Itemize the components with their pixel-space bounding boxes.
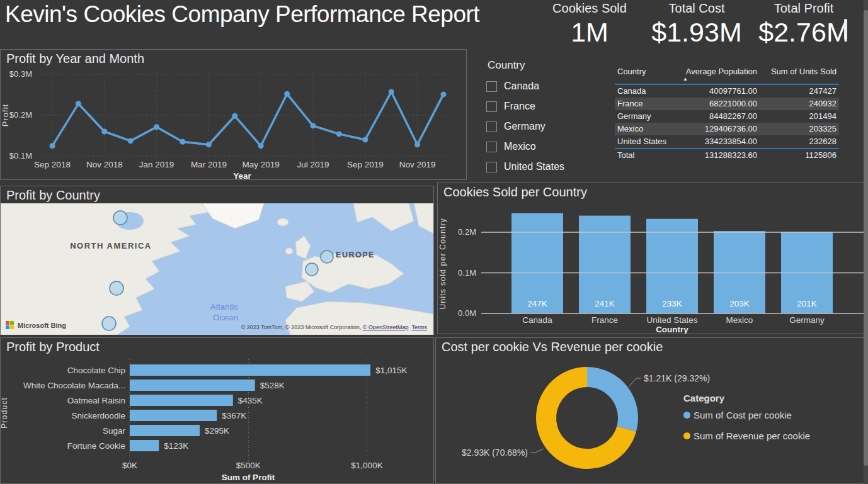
line-point-oct-2018[interactable] — [76, 101, 81, 106]
column-header-average-population[interactable]: Average Population — [678, 65, 760, 84]
line-point-dec-2019[interactable] — [441, 91, 447, 97]
scrollbar-thumb[interactable] — [864, 10, 868, 466]
legend-title: Category — [683, 393, 866, 403]
x-axis-title: Year — [233, 171, 251, 179]
report-title: Kevin's Cookies Company Performance Repo… — [5, 1, 479, 28]
table-row[interactable]: United States334233854.00232628 — [615, 135, 839, 149]
hbar-snickerdoodle[interactable] — [130, 410, 217, 421]
map-panel: Profit by Country NORTH AMERICA EUROPE A… — [0, 186, 434, 335]
column-header-country[interactable]: Country — [615, 65, 678, 84]
bar-value-label: $435K — [238, 396, 263, 405]
table-row[interactable]: Mexico129406736.00203325 — [615, 123, 839, 135]
column-header-sum-of-units-sold[interactable]: Sum of Units Sold — [760, 65, 839, 84]
slicer-option-germany[interactable]: Germany — [486, 121, 614, 132]
map-bubble-france[interactable] — [306, 263, 318, 276]
y-tick-label: $0.1M — [9, 151, 32, 160]
table-cell: United States — [615, 135, 678, 149]
x-category-label: Germany — [789, 315, 825, 325]
terms-link[interactable]: Terms — [412, 324, 428, 330]
kpi-label: Cookies Sold — [536, 1, 643, 16]
bar-value-label: 233K — [662, 299, 682, 308]
hbar-sugar[interactable] — [130, 425, 200, 436]
slice-label: $1.21K (29.32%) — [644, 373, 710, 383]
hbar-chart: Chocolate Chip$1,015KWhite Chocolate Mac… — [1, 338, 433, 483]
world-map[interactable]: NORTH AMERICA EUROPE Atlantic Ocean — [1, 203, 433, 335]
line-point-may-2019[interactable] — [258, 143, 264, 149]
line-point-sep-2019[interactable] — [362, 137, 368, 143]
checkbox-icon[interactable] — [486, 101, 497, 112]
checkbox-icon[interactable] — [486, 81, 497, 92]
line-point-jun-2019[interactable] — [284, 91, 290, 97]
legend-item-sum-of-cost-per-cookie[interactable]: Sum of Cost per cookie — [683, 410, 866, 420]
table-cell: Canada — [615, 84, 678, 98]
map-title: Profit by Country — [6, 188, 100, 203]
line-point-nov-2018[interactable] — [101, 129, 107, 135]
sort-ascending-icon[interactable]: ▲ — [683, 76, 688, 82]
line-point-jan-2019[interactable] — [154, 124, 159, 130]
map-label-europe: EUROPE — [336, 250, 375, 259]
table-total-cell: 1125806 — [760, 149, 839, 162]
kpi-card-cookies-sold: Cookies Sold1M — [536, 1, 643, 48]
y-category-label: White Chocolate Macada... — [23, 381, 125, 390]
kpi-card-scrollbar[interactable] — [844, 19, 847, 40]
table-row[interactable]: Canada40097761.00247427 — [615, 84, 839, 98]
slicer-option-united-states[interactable]: United States — [486, 161, 614, 172]
table-cell: 203325 — [760, 123, 839, 135]
table-row[interactable]: Germany84482267.00201494 — [615, 110, 839, 123]
hbar-white-chocolate-macada-[interactable] — [130, 380, 255, 391]
x-category-label: United States — [646, 315, 697, 325]
kpi-card-group: Cookies Sold1MTotal Cost$1.93MTotal Prof… — [536, 1, 857, 48]
y-axis-title: Units sold per Country — [438, 218, 447, 310]
checkbox-icon[interactable] — [486, 121, 497, 132]
kpi-value: $1.93M — [643, 17, 750, 48]
table-total-cell: Total — [615, 149, 678, 162]
map-bubble-united-states[interactable] — [110, 281, 123, 295]
x-tick-label: Mar 2019 — [191, 160, 227, 169]
line-point-oct-2019[interactable] — [389, 89, 394, 95]
line-point-aug-2019[interactable] — [336, 131, 342, 137]
bar-value-label: 247K — [527, 299, 547, 308]
slice-label: $2.93K (70.68%) — [462, 447, 528, 458]
hbar-chart-panel: Profit by Product Chocolate Chip$1,015KW… — [0, 337, 434, 484]
page-vertical-scrollbar[interactable] — [864, 0, 868, 484]
bing-logo-text: Microsoft Bing — [18, 322, 66, 329]
table-cell: 129406736.00 — [678, 123, 760, 135]
checkbox-icon[interactable] — [486, 162, 497, 172]
table-cell: 334233854.00 — [678, 135, 760, 149]
hbar-oatmeal-raisin[interactable] — [130, 395, 233, 406]
map-label-ocean: Ocean — [213, 313, 238, 322]
slicer-option-mexico[interactable]: Mexico — [486, 141, 614, 152]
donut-slice-sum-of-cost-per-cookie[interactable] — [587, 367, 638, 432]
leader-line — [629, 378, 641, 387]
checkbox-icon[interactable] — [486, 142, 497, 152]
x-tick-label: Jul 2019 — [297, 160, 329, 169]
line-point-sep-2018[interactable] — [50, 143, 55, 149]
kpi-label: Total Cost — [643, 1, 750, 16]
line-point-feb-2019[interactable] — [180, 139, 186, 145]
slicer-option-france[interactable]: France — [486, 101, 614, 112]
line-point-nov-2019[interactable] — [414, 142, 420, 147]
legend-item-sum-of-revenue-per-cookie[interactable]: Sum of Revenue per cookie — [683, 431, 866, 441]
line-point-mar-2019[interactable] — [206, 142, 212, 147]
y-category-label: Snickerdoodle — [71, 411, 125, 420]
map-label-atlantic: Atlantic — [210, 302, 239, 312]
table-cell: 240932 — [760, 98, 839, 110]
line-point-dec-2018[interactable] — [128, 138, 134, 144]
map-label-north-america: NORTH AMERICA — [70, 241, 152, 250]
slicer-title: Country — [488, 59, 614, 72]
map-bubble-germany[interactable] — [321, 250, 333, 263]
x-tick-label: Sep 2019 — [347, 160, 384, 169]
line-point-apr-2019[interactable] — [232, 113, 237, 119]
table-total-row: Total131288323.601125806 — [615, 149, 839, 162]
hbar-chocolate-chip[interactable] — [130, 364, 370, 376]
map-bubble-mexico[interactable] — [102, 317, 116, 330]
openstreetmap-link[interactable]: © OpenStreetMap — [363, 324, 409, 330]
y-category-label: Oatmeal Raisin — [67, 396, 125, 405]
table-row[interactable]: France68221000.00240932 — [615, 98, 839, 110]
slicer-option-canada[interactable]: Canada — [486, 81, 614, 92]
hbar-fortune-cookie[interactable] — [130, 440, 159, 451]
map-bubble-canada[interactable] — [113, 211, 127, 225]
microsoft-logo-icon — [6, 321, 14, 329]
line-point-jul-2019[interactable] — [311, 123, 316, 128]
map-copyright-text: © 2023 TomTom, © 2023 Microsoft Corporat… — [241, 324, 363, 330]
